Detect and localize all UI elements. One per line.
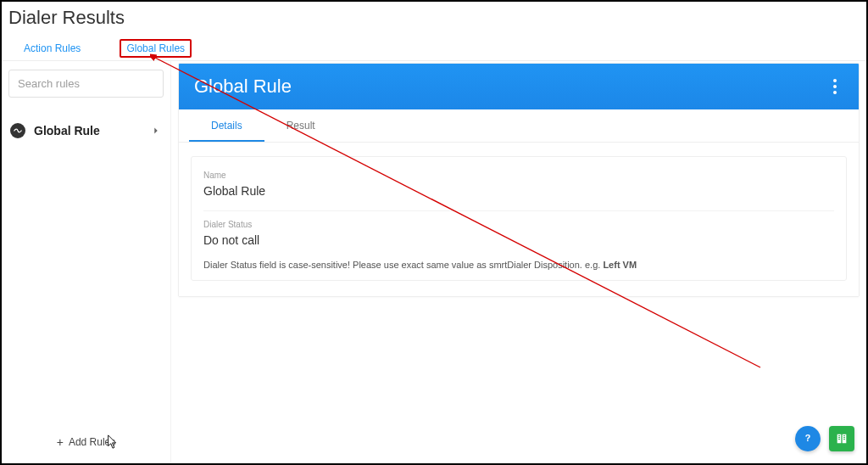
status-dot-icon <box>10 123 25 138</box>
field-name-input[interactable] <box>203 184 834 198</box>
top-tabs: Action Rules Global Rules <box>2 36 866 61</box>
search-box[interactable] <box>8 70 164 98</box>
subtab-details[interactable]: Details <box>189 109 264 142</box>
plus-icon: + <box>57 436 64 448</box>
search-input[interactable] <box>18 77 154 90</box>
panel-body: Name Dialer Status Dialer Status field i… <box>179 143 859 296</box>
page-root: Dialer Results Action Rules Global Rules… <box>2 2 866 463</box>
rule-panel: Global Rule Details Result Name <box>178 63 860 297</box>
tab-action-rules[interactable]: Action Rules <box>19 39 86 58</box>
panel-header: Global Rule <box>179 64 859 109</box>
field-status-label: Dialer Status <box>203 220 834 229</box>
fab-row: ? <box>795 426 854 451</box>
help-button[interactable]: ? <box>795 426 821 451</box>
hint-bold: Left VM <box>603 260 637 270</box>
hint-prefix: Dialer Status field is case-sensitive! P… <box>203 260 603 270</box>
field-dialer-status[interactable]: Dialer Status <box>203 210 834 248</box>
sidebar: Global Rule + Add Rules <box>2 61 171 463</box>
panel-title: Global Rule <box>194 76 826 98</box>
form-card: Name Dialer Status Dialer Status field i… <box>191 156 847 281</box>
field-name[interactable]: Name <box>203 171 834 199</box>
help-icon: ? <box>801 432 815 445</box>
field-name-label: Name <box>203 171 834 180</box>
chevron-right-icon <box>150 125 162 137</box>
content-row: Global Rule + Add Rules Global Rule Deta… <box>2 61 866 463</box>
page-title: Dialer Results <box>2 2 866 36</box>
hint-text: Dialer Status field is case-sensitive! P… <box>203 260 834 270</box>
panel-menu-button[interactable] <box>826 78 843 95</box>
subtab-result[interactable]: Result <box>264 109 337 142</box>
panel-subtabs: Details Result <box>179 109 859 143</box>
svg-text:?: ? <box>805 433 811 443</box>
cursor-icon <box>107 434 119 450</box>
book-icon <box>835 432 849 445</box>
sidebar-spacer <box>8 142 164 431</box>
add-rules-button[interactable]: + Add Rules <box>8 431 164 457</box>
sidebar-item-label: Global Rule <box>34 124 150 137</box>
main-area: Global Rule Details Result Name <box>171 61 866 463</box>
sidebar-item-global-rule[interactable]: Global Rule <box>8 120 164 142</box>
docs-button[interactable] <box>829 426 854 451</box>
tab-global-rules[interactable]: Global Rules <box>120 39 192 58</box>
field-status-input[interactable] <box>203 233 834 247</box>
